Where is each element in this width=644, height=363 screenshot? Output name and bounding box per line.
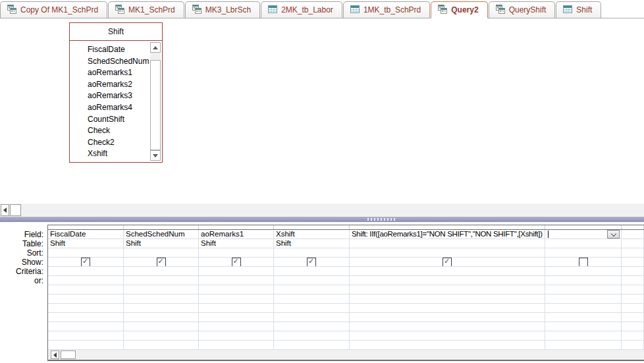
column-selector[interactable] bbox=[124, 225, 199, 229]
cell-show-col3[interactable] bbox=[199, 258, 274, 267]
scroll-down-button[interactable] bbox=[150, 150, 161, 161]
cell-empty-col7[interactable] bbox=[622, 322, 644, 331]
cell-empty-col2[interactable] bbox=[124, 341, 199, 350]
cell-or-col5[interactable] bbox=[350, 276, 545, 285]
cell-show-col7[interactable] bbox=[622, 258, 644, 267]
tab-2mk-tb-labor[interactable]: 2MK_tb_Labor bbox=[261, 1, 342, 18]
tab-shift[interactable]: Shift bbox=[556, 1, 601, 18]
cell-empty-col1[interactable] bbox=[48, 322, 124, 331]
cell-show-col6[interactable] bbox=[545, 258, 622, 267]
cell-sort-col2[interactable] bbox=[124, 248, 199, 258]
cell-empty-col2[interactable] bbox=[124, 322, 199, 331]
show-checkbox-checked[interactable] bbox=[81, 258, 90, 267]
cell-table-col5[interactable] bbox=[350, 239, 545, 248]
cell-criteria-col6[interactable] bbox=[545, 267, 622, 276]
cell-empty-col5[interactable] bbox=[350, 341, 545, 350]
cell-field-col1[interactable]: FiscalDate bbox=[48, 230, 124, 239]
cell-empty-col4[interactable] bbox=[274, 304, 350, 313]
cell-or-col1[interactable] bbox=[48, 276, 124, 285]
cell-table-col7[interactable] bbox=[622, 239, 644, 248]
grid-hscrollbar[interactable] bbox=[48, 350, 644, 360]
cell-empty-col5[interactable] bbox=[350, 313, 545, 322]
show-checkbox-checked[interactable] bbox=[307, 258, 316, 267]
hscrollbar-thumb[interactable] bbox=[61, 350, 76, 359]
cell-empty-col6[interactable] bbox=[545, 294, 622, 304]
cell-field-col6[interactable] bbox=[545, 230, 622, 239]
column-selector[interactable] bbox=[622, 225, 644, 229]
cell-empty-col6[interactable] bbox=[545, 304, 622, 313]
cell-criteria-col1[interactable] bbox=[48, 267, 124, 276]
cell-empty-col1[interactable] bbox=[48, 341, 124, 350]
tab-queryshift[interactable]: QueryShift bbox=[489, 1, 556, 18]
cell-table-col4[interactable]: Shift bbox=[274, 239, 350, 248]
cell-sort-col5[interactable] bbox=[350, 248, 545, 258]
cell-criteria-col3[interactable] bbox=[199, 267, 274, 276]
cell-sort-col7[interactable] bbox=[622, 248, 644, 258]
cell-or-col2[interactable] bbox=[124, 276, 199, 285]
show-checkbox-checked[interactable] bbox=[157, 258, 166, 267]
cell-empty-col3[interactable] bbox=[199, 294, 274, 304]
column-selector[interactable] bbox=[545, 225, 622, 229]
cell-show-col2[interactable] bbox=[124, 258, 199, 267]
cell-empty-col5[interactable] bbox=[350, 331, 545, 341]
tab-mk3-lbrsch[interactable]: MK3_LbrSch bbox=[185, 1, 260, 18]
cell-sort-col4[interactable] bbox=[274, 248, 350, 258]
cell-empty-col5[interactable] bbox=[350, 294, 545, 304]
cell-empty-col1[interactable] bbox=[48, 304, 124, 313]
cell-empty-col4[interactable] bbox=[274, 322, 350, 331]
cell-or-col3[interactable] bbox=[199, 276, 274, 285]
cell-sort-col1[interactable] bbox=[48, 248, 124, 258]
cell-empty-col3[interactable] bbox=[199, 304, 274, 313]
cell-empty-col2[interactable] bbox=[124, 294, 199, 304]
cell-empty-col2[interactable] bbox=[124, 285, 199, 294]
cell-table-col1[interactable]: Shift bbox=[48, 239, 124, 248]
top-pane-hscrollbar[interactable] bbox=[0, 204, 644, 217]
cell-empty-col5[interactable] bbox=[350, 304, 545, 313]
cell-empty-col7[interactable] bbox=[622, 304, 644, 313]
cell-empty-col2[interactable] bbox=[124, 331, 199, 341]
cell-table-col6[interactable] bbox=[545, 239, 622, 248]
cell-field-col7[interactable] bbox=[622, 230, 644, 239]
cell-criteria-col2[interactable] bbox=[124, 267, 199, 276]
column-selector[interactable] bbox=[274, 225, 350, 229]
scroll-left-button[interactable] bbox=[1, 204, 9, 216]
column-selector[interactable] bbox=[350, 225, 545, 229]
cell-criteria-col7[interactable] bbox=[622, 267, 644, 276]
cell-empty-col1[interactable] bbox=[48, 294, 124, 304]
cell-empty-col1[interactable] bbox=[48, 313, 124, 322]
cell-empty-col7[interactable] bbox=[622, 341, 644, 350]
pane-splitter[interactable] bbox=[0, 217, 644, 222]
cell-show-col4[interactable] bbox=[274, 258, 350, 267]
cell-show-col5[interactable] bbox=[350, 258, 545, 267]
cell-field-col5[interactable]: Shift: IIf([aoRemarks1]="NON SHIFT","NON… bbox=[350, 230, 545, 239]
field-list-scrollbar[interactable] bbox=[150, 42, 161, 161]
cell-empty-col4[interactable] bbox=[274, 341, 350, 350]
cell-empty-col4[interactable] bbox=[274, 331, 350, 341]
cell-empty-col6[interactable] bbox=[545, 313, 622, 322]
cell-criteria-col4[interactable] bbox=[274, 267, 350, 276]
cell-empty-col7[interactable] bbox=[622, 331, 644, 341]
cell-show-col1[interactable] bbox=[48, 258, 124, 267]
cell-empty-col7[interactable] bbox=[622, 285, 644, 294]
column-selector[interactable] bbox=[48, 225, 124, 229]
field-list-title[interactable]: Shift bbox=[70, 23, 162, 41]
cell-sort-col6[interactable] bbox=[545, 248, 622, 258]
cell-empty-col7[interactable] bbox=[622, 313, 644, 322]
cell-criteria-col5[interactable] bbox=[350, 267, 545, 276]
cell-empty-col3[interactable] bbox=[199, 341, 274, 350]
scrollbar-thumb[interactable] bbox=[150, 60, 161, 150]
cell-empty-col6[interactable] bbox=[545, 341, 622, 350]
column-selector[interactable] bbox=[199, 225, 274, 229]
show-checkbox-checked[interactable] bbox=[232, 258, 241, 267]
tab-query2[interactable]: Query2 bbox=[431, 1, 487, 18]
cell-empty-col1[interactable] bbox=[48, 285, 124, 294]
tab-mk1-schprd[interactable]: MK1_SchPrd bbox=[108, 1, 184, 18]
cell-or-col6[interactable] bbox=[545, 276, 622, 285]
cell-empty-col6[interactable] bbox=[545, 285, 622, 294]
cell-or-col4[interactable] bbox=[274, 276, 350, 285]
grid-column-header-strip[interactable] bbox=[48, 225, 644, 230]
cell-empty-col4[interactable] bbox=[274, 313, 350, 322]
cell-field-col4[interactable]: Xshift bbox=[274, 230, 350, 239]
cell-empty-col6[interactable] bbox=[545, 322, 622, 331]
cell-table-col3[interactable]: Shift bbox=[199, 239, 274, 248]
